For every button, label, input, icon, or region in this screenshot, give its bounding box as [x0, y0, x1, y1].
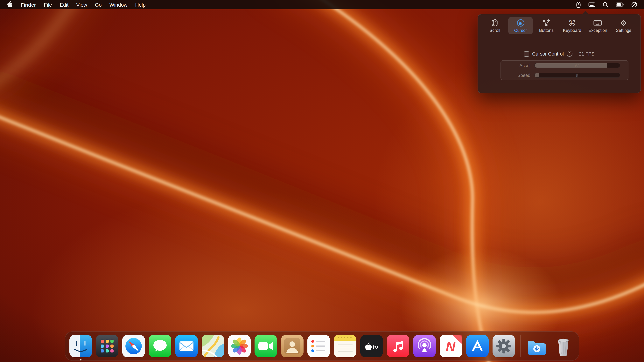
accel-slider[interactable]: 68 — [534, 63, 620, 68]
mouse-scroll-icon — [491, 19, 499, 27]
desktop: Finder File Edit View Go Window Help — [0, 0, 644, 362]
speed-label: Speed: — [501, 73, 534, 77]
tab-buttons[interactable]: Buttons — [534, 17, 559, 34]
tab-settings[interactable]: ⚙ Settings — [611, 17, 636, 34]
tab-keyboard[interactable]: ⌘ Keyboard — [560, 17, 584, 34]
dock-icon-launchpad[interactable] — [96, 335, 118, 357]
tab-label: Cursor — [514, 28, 527, 33]
menu-view[interactable]: View — [72, 0, 91, 9]
menu-bar-left: Finder File Edit View Go Window Help — [0, 0, 150, 9]
dock-icon-reminders[interactable] — [308, 335, 330, 357]
focus-icon[interactable] — [628, 0, 641, 9]
help-icon[interactable]: ? — [566, 51, 572, 57]
search-icon[interactable] — [599, 0, 612, 9]
speed-slider[interactable]: 5 — [534, 73, 620, 78]
command-icon: ⌘ — [568, 19, 576, 27]
mouse-utility-popover: Scroll Cursor Buttons ⌘ Keyboard — [478, 14, 641, 93]
svg-text:tv: tv — [373, 344, 378, 351]
accel-row: Accel: 68 — [501, 62, 628, 68]
dock-icon-maps[interactable] — [202, 335, 224, 357]
tab-label: Buttons — [539, 28, 554, 33]
dock-icon-safari[interactable] — [122, 335, 145, 357]
apple-logo-icon — [7, 1, 13, 8]
dock-icon-trash[interactable] — [552, 335, 574, 357]
dock-icon-notes[interactable] — [334, 335, 356, 357]
keyboard-rect-icon — [593, 19, 602, 27]
cursor-control-row: Cursor Control ? 21 FPS — [478, 51, 640, 57]
dock-icon-tv[interactable]: tv — [360, 335, 383, 357]
menu-window[interactable]: Window — [106, 0, 132, 9]
dock-icon-music[interactable] — [387, 335, 409, 357]
dock: tv N — [65, 331, 579, 361]
dock-icon-podcasts[interactable] — [413, 335, 436, 357]
popover-arrow — [582, 11, 589, 14]
popover-tab-bar: Scroll Cursor Buttons ⌘ Keyboard — [478, 14, 640, 34]
dock-icon-news[interactable]: N — [440, 335, 462, 357]
gear-icon: ⚙ — [620, 19, 627, 27]
tab-label: Scroll — [490, 28, 500, 33]
menu-edit[interactable]: Edit — [56, 0, 72, 9]
tab-cursor[interactable]: Cursor — [508, 17, 533, 34]
mouse-status-icon[interactable] — [572, 0, 585, 9]
accel-label: Accel: — [501, 63, 534, 68]
battery-icon[interactable] — [612, 0, 628, 9]
cursor-control-checkbox[interactable] — [524, 51, 530, 56]
dock-icon-system-preferences[interactable] — [492, 335, 515, 357]
menu-go[interactable]: Go — [91, 0, 106, 9]
dock-icon-app-store[interactable] — [466, 335, 489, 357]
dock-icon-finder[interactable] — [70, 335, 92, 357]
speed-row: Speed: 5 — [501, 72, 628, 78]
dock-icon-contacts[interactable] — [281, 335, 304, 357]
menu-help[interactable]: Help — [131, 0, 150, 9]
tab-label: Keyboard — [563, 28, 581, 33]
cursor-settings-group: Accel: 68 Speed: 5 — [500, 60, 628, 80]
mouse-buttons-icon — [542, 19, 551, 27]
accel-value: 68 — [535, 63, 620, 68]
dock-icon-facetime[interactable] — [254, 335, 277, 357]
tab-label: Settings — [616, 28, 631, 33]
cursor-control-label: Cursor Control — [532, 51, 564, 56]
tab-scroll[interactable]: Scroll — [482, 17, 507, 34]
running-indicator — [80, 359, 82, 361]
dock-icon-mail[interactable] — [175, 335, 198, 357]
menu-bar: Finder File Edit View Go Window Help — [0, 0, 644, 9]
dock-separator — [520, 335, 520, 357]
keyboard-icon[interactable] — [585, 0, 599, 9]
dock-icon-downloads[interactable] — [526, 335, 548, 357]
apple-menu[interactable] — [3, 0, 17, 9]
svg-text:N: N — [446, 339, 456, 354]
tab-exception[interactable]: Exception — [586, 17, 610, 34]
dock-icon-messages[interactable] — [149, 335, 171, 357]
menu-app-name[interactable]: Finder — [17, 0, 40, 9]
dock-icon-photos[interactable] — [228, 335, 251, 357]
menu-file[interactable]: File — [40, 0, 56, 9]
menu-bar-status — [572, 0, 644, 9]
tab-label: Exception — [588, 28, 607, 33]
speed-value: 5 — [535, 73, 620, 77]
cursor-click-icon — [516, 19, 525, 27]
fps-readout: 21 FPS — [579, 51, 594, 56]
